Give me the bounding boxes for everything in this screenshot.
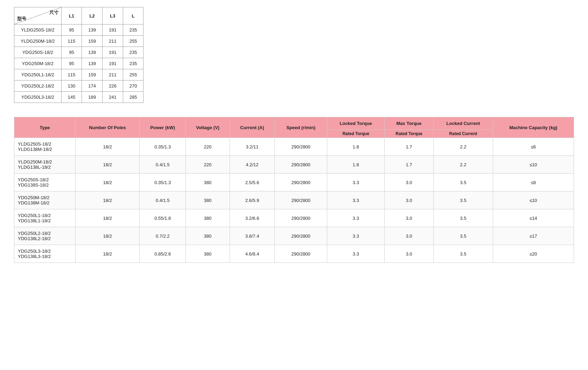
spec-cell-power: 0.4/1.5 bbox=[140, 156, 186, 174]
spec-cell-poles: 18/2 bbox=[75, 227, 140, 245]
spec-cell-power: 0.35/1.3 bbox=[140, 174, 186, 191]
spec-cell-power: 0.85/2.6 bbox=[140, 245, 186, 263]
dim-col-L3: L3 bbox=[102, 7, 123, 25]
dim-cell-model: YDG250L1-18/2 bbox=[14, 69, 62, 81]
spec-cell-voltage: 380 bbox=[186, 227, 230, 245]
spec-header-type: Type bbox=[14, 117, 76, 138]
spec-table-row: YDG250L2-18/2YDG138L2-18/218/20.7/2.2380… bbox=[14, 227, 574, 245]
spec-cell-speed: 290/2800 bbox=[275, 227, 327, 245]
spec-cell-lockedCurrent: 2.2 bbox=[434, 156, 493, 174]
spec-cell-lockedCurrent: 2.2 bbox=[434, 138, 493, 156]
spec-table-row: YDG250L1-18/2YDG138L1-18/218/20.55/1.838… bbox=[14, 209, 574, 227]
spec-cell-type: YDG250S-18/2YDG138S-18/2 bbox=[14, 174, 76, 191]
spec-header-current: Current (A) bbox=[230, 117, 274, 138]
spec-cell-lockedCurrent: 3.5 bbox=[434, 191, 493, 209]
dim-cell-L1: 115 bbox=[61, 36, 82, 47]
dim-cell-L: 235 bbox=[123, 47, 144, 58]
dim-cell-L1: 95 bbox=[61, 25, 82, 36]
spec-cell-maxTorque: 3.0 bbox=[384, 209, 433, 227]
spec-header-max-torque: Max Torque bbox=[384, 117, 433, 130]
spec-header-poles: Number Of Poles bbox=[75, 117, 140, 138]
spec-cell-maxTorque: 3.0 bbox=[384, 245, 433, 263]
dim-cell-model: YLDG250S-18/2 bbox=[14, 25, 62, 36]
spec-cell-machine: ≤20 bbox=[493, 245, 574, 263]
spec-table-row: YDG250S-18/2YDG138S-18/218/20.35/1.33802… bbox=[14, 174, 574, 191]
spec-cell-speed: 290/2800 bbox=[275, 156, 327, 174]
dim-cell-L1: 95 bbox=[61, 58, 82, 69]
dim-cell-L: 255 bbox=[123, 36, 144, 47]
spec-cell-voltage: 380 bbox=[186, 245, 230, 263]
dim-cell-L: 235 bbox=[123, 25, 144, 36]
spec-header-voltage: Voltage (V) bbox=[186, 117, 230, 138]
spec-cell-poles: 18/2 bbox=[75, 156, 140, 174]
spec-cell-poles: 18/2 bbox=[75, 174, 140, 191]
dim-table-row: YLDG250M-18/2115159211255 bbox=[14, 36, 144, 47]
spec-cell-speed: 290/2800 bbox=[275, 191, 327, 209]
spec-table-row: YLDG250S-18/2YLDG138M-18/218/20.35/1.322… bbox=[14, 138, 574, 156]
dim-cell-L1: 130 bbox=[61, 81, 82, 92]
dim-cell-L1: 145 bbox=[61, 92, 82, 103]
dimension-table: 尺寸 型号 L1 L2 L3 L YLDG250S-18/29513919123… bbox=[14, 7, 144, 103]
spec-header-locked-torque: Locked Torque bbox=[327, 117, 385, 130]
spec-cell-power: 0.55/1.8 bbox=[140, 209, 186, 227]
spec-cell-machine: ≤14 bbox=[493, 209, 574, 227]
spec-cell-type: YDG250L1-18/2YDG138L1-18/2 bbox=[14, 209, 76, 227]
dim-col-L: L bbox=[123, 7, 144, 25]
spec-cell-current: 3.2/11 bbox=[230, 138, 274, 156]
dim-cell-L: 255 bbox=[123, 69, 144, 81]
spec-cell-current: 2.5/5.6 bbox=[230, 174, 274, 191]
spec-cell-type: YLDG250S-18/2YLDG138M-18/2 bbox=[14, 138, 76, 156]
spec-cell-voltage: 380 bbox=[186, 174, 230, 191]
spec-cell-voltage: 380 bbox=[186, 191, 230, 209]
spec-table-row: YDG250M-18/2YDG138M-18/218/20.4/1.53802.… bbox=[14, 191, 574, 209]
dim-cell-L3: 211 bbox=[102, 36, 123, 47]
spec-cell-current: 3.8/7.4 bbox=[230, 227, 274, 245]
dim-cell-L2: 139 bbox=[82, 58, 103, 69]
spec-cell-maxTorque: 1.7 bbox=[384, 138, 433, 156]
spec-table-row: YLDG250M-18/2YLDG138L-18/218/20.4/1.5220… bbox=[14, 156, 574, 174]
spec-cell-type: YDG250L3-18/2YDG138L3-18/2 bbox=[14, 245, 76, 263]
spec-header-speed: Speed (r/min) bbox=[275, 117, 327, 138]
dim-cell-model: YLDG250M-18/2 bbox=[14, 36, 62, 47]
dim-cell-L2: 189 bbox=[82, 92, 103, 103]
spec-header-machine: Machine Capacity (kg) bbox=[493, 117, 574, 138]
dim-cell-L2: 174 bbox=[82, 81, 103, 92]
spec-cell-current: 3.2/6.6 bbox=[230, 209, 274, 227]
spec-cell-power: 0.4/1.5 bbox=[140, 191, 186, 209]
spec-cell-voltage: 220 bbox=[186, 138, 230, 156]
dim-cell-L2: 159 bbox=[82, 36, 103, 47]
spec-cell-lockedCurrent: 3.5 bbox=[434, 245, 493, 263]
spec-cell-maxTorque: 3.0 bbox=[384, 191, 433, 209]
spec-cell-machine: ≤17 bbox=[493, 227, 574, 245]
dim-cell-L3: 226 bbox=[102, 81, 123, 92]
spec-cell-current: 4.2/12 bbox=[230, 156, 274, 174]
spec-cell-current: 2.6/5.9 bbox=[230, 191, 274, 209]
dim-cell-L3: 241 bbox=[102, 92, 123, 103]
spec-cell-current: 4.6/8.4 bbox=[230, 245, 274, 263]
dim-cell-L2: 139 bbox=[82, 47, 103, 58]
spec-cell-lockedTorque: 3.3 bbox=[327, 227, 385, 245]
dim-table-row: YDG250L3-18/2145189241285 bbox=[14, 92, 144, 103]
spec-cell-lockedTorque: 3.3 bbox=[327, 209, 385, 227]
spec-cell-maxTorque: 3.0 bbox=[384, 227, 433, 245]
dim-col-L2: L2 bbox=[82, 7, 103, 25]
spec-cell-voltage: 380 bbox=[186, 209, 230, 227]
dim-cell-L3: 191 bbox=[102, 47, 123, 58]
spec-cell-speed: 290/2800 bbox=[275, 209, 327, 227]
spec-cell-speed: 290/2800 bbox=[275, 138, 327, 156]
dim-cell-L: 285 bbox=[123, 92, 144, 103]
spec-header-power: Power (kW) bbox=[140, 117, 186, 138]
dim-cell-L: 270 bbox=[123, 81, 144, 92]
spec-cell-poles: 18/2 bbox=[75, 209, 140, 227]
dim-table-row: YDG250L1-18/2115159211255 bbox=[14, 69, 144, 81]
spec-subheader-locked-torque: Rated Torque bbox=[327, 130, 385, 138]
dim-table-row: YDG250L2-18/2130174226270 bbox=[14, 81, 144, 92]
spec-cell-poles: 18/2 bbox=[75, 245, 140, 263]
spec-cell-lockedCurrent: 3.5 bbox=[434, 174, 493, 191]
spec-cell-type: YLDG250M-18/2YLDG138L-18/2 bbox=[14, 156, 76, 174]
spec-cell-lockedTorque: 3.3 bbox=[327, 245, 385, 263]
dim-cell-L1: 95 bbox=[61, 47, 82, 58]
dim-cell-L3: 211 bbox=[102, 69, 123, 81]
spec-cell-machine: ≤6 bbox=[493, 138, 574, 156]
dim-table-row: YDG250S-18/295139191235 bbox=[14, 47, 144, 58]
